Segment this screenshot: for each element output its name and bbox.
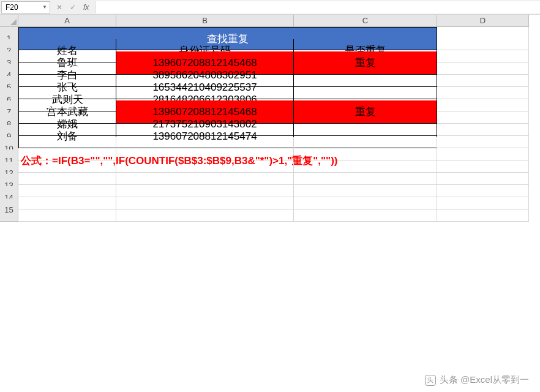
row-header-15[interactable]: 15 <box>0 198 18 222</box>
formula-bar: F20 ▼ ✕ ✓ fx <box>0 0 540 15</box>
formula-input[interactable] <box>95 1 540 13</box>
col-header-B[interactable]: B <box>116 15 294 27</box>
watermark-text: 头条 @Excel从零到一 <box>440 374 529 386</box>
cell-C15[interactable] <box>294 198 437 222</box>
watermark: 头 头条 @Excel从零到一 <box>425 374 529 386</box>
col-header-A[interactable]: A <box>18 15 116 27</box>
spreadsheet-grid: A B C D 1 查找重复 2 姓名 身份证号码 是否重复 3 鲁班 1396… <box>0 15 540 211</box>
confirm-icon[interactable]: ✓ <box>70 3 76 12</box>
select-all-corner[interactable] <box>0 15 18 27</box>
cell-B15[interactable] <box>116 198 294 222</box>
cancel-icon[interactable]: ✕ <box>56 3 62 12</box>
cell-A15[interactable] <box>18 198 116 222</box>
fx-icon[interactable]: fx <box>83 3 89 12</box>
col-header-D[interactable]: D <box>437 15 529 27</box>
formula-controls: ✕ ✓ fx <box>50 3 95 12</box>
name-box[interactable]: F20 ▼ <box>1 1 50 13</box>
col-header-C[interactable]: C <box>294 15 437 27</box>
watermark-icon: 头 <box>425 375 436 386</box>
dropdown-icon[interactable]: ▼ <box>42 4 47 10</box>
name-box-value: F20 <box>6 3 18 12</box>
cell-D15[interactable] <box>437 198 529 222</box>
